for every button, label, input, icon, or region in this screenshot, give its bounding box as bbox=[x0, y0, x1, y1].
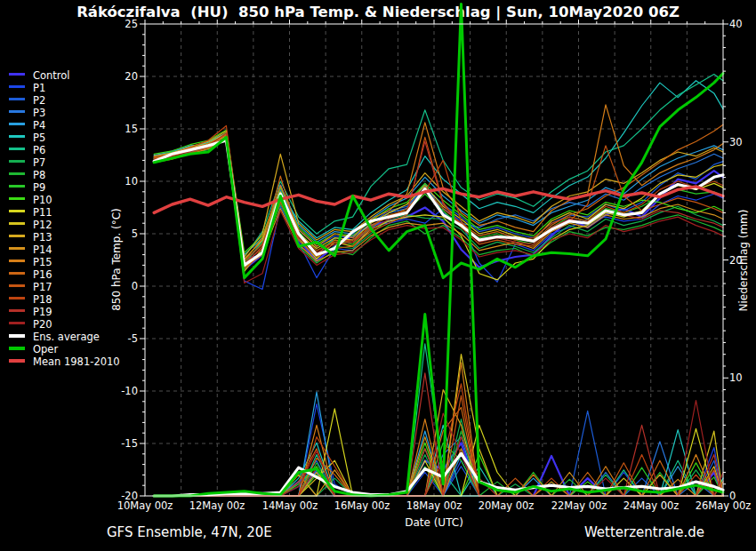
legend-color-dash bbox=[9, 359, 25, 363]
precip-tick-label: 40 bbox=[729, 19, 756, 30]
legend-color-dash bbox=[9, 172, 25, 175]
legend-color-dash bbox=[9, 85, 25, 88]
legend-color-dash bbox=[9, 272, 25, 275]
legend-item-ens-average: Ens. average bbox=[9, 330, 120, 342]
legend-color-dash bbox=[9, 284, 25, 287]
legend-item-p11: P11 bbox=[9, 205, 120, 218]
precip-tick-label: 10 bbox=[729, 372, 756, 384]
legend-color-dash bbox=[9, 334, 25, 338]
date-tick-label: 18May 00z bbox=[400, 500, 468, 512]
footer-model-info: GFS Ensemble, 47N, 20E bbox=[107, 524, 272, 540]
legend-color-dash bbox=[9, 235, 25, 237]
date-tick-label: 10May 00z bbox=[111, 500, 179, 512]
legend-label: P5 bbox=[33, 132, 45, 144]
legend-color-dash bbox=[9, 73, 25, 76]
meteogram-page: Rákóczifalva (HU) 850 hPa Temp. & Nieder… bbox=[0, 0, 756, 551]
legend-item-p4: P4 bbox=[9, 118, 120, 131]
legend-item-p9: P9 bbox=[9, 180, 120, 193]
date-tick-label: 14May 00z bbox=[256, 500, 324, 512]
legend-item-control: Control bbox=[9, 68, 120, 81]
date-tick-label: 24May 00z bbox=[617, 500, 685, 512]
legend-item-mean-1981-2010: Mean 1981-2010 bbox=[9, 355, 120, 367]
right-axis-title: Niederschlag (mm) bbox=[737, 210, 750, 312]
temp-tick-label: -15 bbox=[108, 438, 138, 450]
legend-label: P14 bbox=[33, 244, 52, 256]
legend-item-p7: P7 bbox=[9, 156, 120, 168]
gridlines bbox=[145, 24, 723, 496]
legend-color-dash bbox=[9, 309, 25, 312]
legend-label: P19 bbox=[33, 306, 52, 318]
legend-item-p17: P17 bbox=[9, 280, 120, 292]
legend-label: Oper bbox=[33, 343, 58, 355]
temp-tick-label: 25 bbox=[108, 19, 138, 30]
legend-label: P4 bbox=[33, 119, 45, 132]
legend-color-dash bbox=[9, 148, 25, 150]
legend-label: Mean 1981-2010 bbox=[33, 355, 120, 368]
legend-item-p10: P10 bbox=[9, 193, 120, 205]
legend-item-p5: P5 bbox=[9, 131, 120, 143]
legend-item-p13: P13 bbox=[9, 230, 120, 243]
legend-color-dash bbox=[9, 110, 25, 113]
x-axis-title: Date (UTC) bbox=[345, 516, 523, 529]
legend-item-p14: P14 bbox=[9, 243, 120, 255]
legend-color-dash bbox=[9, 260, 25, 262]
temp-tick-label: -10 bbox=[108, 386, 138, 397]
legend-item-p3: P3 bbox=[9, 106, 120, 118]
footer-site-name: Wetterzentrale.de bbox=[584, 524, 704, 540]
legend-label: P8 bbox=[33, 169, 45, 181]
legend-item-oper: Oper bbox=[9, 342, 120, 355]
legend: ControlP1P2P3P4P5P6P7P8P9P10P11P12P13P14… bbox=[9, 68, 120, 367]
date-tick-label: 16May 00z bbox=[328, 500, 396, 512]
legend-color-dash bbox=[9, 197, 25, 200]
legend-item-p20: P20 bbox=[9, 317, 120, 330]
legend-label: P12 bbox=[33, 219, 52, 231]
legend-item-p19: P19 bbox=[9, 305, 120, 317]
legend-item-p2: P2 bbox=[9, 93, 120, 106]
legend-label: Ens. average bbox=[33, 331, 100, 343]
legend-label: P10 bbox=[33, 194, 52, 206]
legend-color-dash bbox=[9, 247, 25, 250]
legend-color-dash bbox=[9, 185, 25, 188]
legend-item-p16: P16 bbox=[9, 268, 120, 280]
legend-color-dash bbox=[9, 222, 25, 225]
legend-item-p12: P12 bbox=[9, 218, 120, 230]
legend-color-dash bbox=[9, 210, 25, 212]
date-tick-label: 22May 00z bbox=[545, 500, 613, 512]
legend-label: P16 bbox=[33, 268, 52, 281]
legend-label: P11 bbox=[33, 206, 52, 219]
legend-label: P2 bbox=[33, 94, 45, 107]
precip-series bbox=[154, 344, 723, 496]
legend-label: Control bbox=[33, 69, 70, 82]
legend-label: P18 bbox=[33, 293, 52, 306]
legend-color-dash bbox=[9, 347, 25, 350]
legend-item-p1: P1 bbox=[9, 81, 120, 93]
legend-label: P17 bbox=[33, 281, 52, 293]
legend-item-p6: P6 bbox=[9, 143, 120, 156]
legend-label: P6 bbox=[33, 144, 45, 156]
left-axis-title: 850 hPa Temp. (°C) bbox=[110, 208, 123, 311]
legend-label: P7 bbox=[33, 156, 45, 169]
legend-color-dash bbox=[9, 98, 25, 100]
legend-color-dash bbox=[9, 160, 25, 163]
legend-label: P9 bbox=[33, 181, 45, 194]
legend-label: P13 bbox=[33, 231, 52, 244]
temp-series bbox=[154, 4, 723, 496]
legend-label: P1 bbox=[33, 82, 45, 94]
legend-color-dash bbox=[9, 123, 25, 125]
date-tick-label: 20May 00z bbox=[472, 500, 540, 512]
legend-item-p18: P18 bbox=[9, 292, 120, 305]
legend-item-p8: P8 bbox=[9, 168, 120, 180]
precip-tick-label: 30 bbox=[729, 137, 756, 148]
date-tick-label: 26May 00z bbox=[689, 500, 756, 512]
legend-color-dash bbox=[9, 297, 25, 299]
legend-label: P15 bbox=[33, 256, 52, 268]
legend-item-p15: P15 bbox=[9, 255, 120, 268]
legend-label: P3 bbox=[33, 107, 45, 119]
legend-color-dash bbox=[9, 322, 25, 324]
date-tick-label: 12May 00z bbox=[183, 500, 251, 512]
legend-label: P20 bbox=[33, 318, 52, 331]
legend-color-dash bbox=[9, 135, 25, 138]
